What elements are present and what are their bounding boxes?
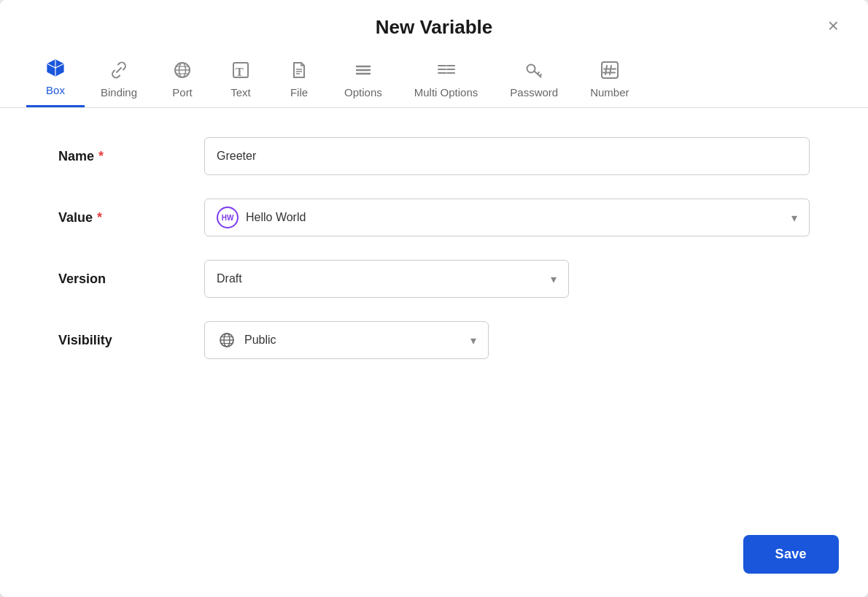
tab-text[interactable]: T Text xyxy=(212,58,270,107)
text-icon: T xyxy=(229,58,252,82)
multioptions-icon xyxy=(435,58,458,82)
name-row: Name * xyxy=(58,137,810,175)
tab-box[interactable]: Box xyxy=(26,56,85,107)
visibility-chevron-icon: ▾ xyxy=(470,334,476,347)
options-icon xyxy=(352,58,375,82)
svg-text:T: T xyxy=(236,66,244,78)
new-variable-modal: New Variable × Box xyxy=(0,0,868,597)
modal-title: New Variable xyxy=(376,16,492,39)
close-button[interactable]: × xyxy=(825,13,842,38)
hw-badge: HW xyxy=(217,207,239,228)
version-label: Version xyxy=(58,271,204,287)
version-row: Version Draft ▾ xyxy=(58,260,810,298)
tab-password-label: Password xyxy=(510,86,558,99)
visibility-row: Visibility Pu xyxy=(58,321,810,359)
hash-icon xyxy=(598,58,621,82)
version-chevron-icon: ▾ xyxy=(551,272,557,286)
tab-options-label: Options xyxy=(344,86,382,99)
name-input[interactable] xyxy=(204,137,810,175)
value-row: Value * HW Hello World ▾ xyxy=(58,199,810,236)
tab-binding-label: Binding xyxy=(101,86,137,99)
tab-number-label: Number xyxy=(590,86,629,99)
tab-multioptions-label: Multi Options xyxy=(414,86,478,99)
value-required-star: * xyxy=(97,210,102,226)
svg-line-20 xyxy=(538,72,539,74)
name-required-star: * xyxy=(98,149,104,164)
tab-text-label: Text xyxy=(230,86,251,99)
key-icon xyxy=(522,58,546,82)
link-icon xyxy=(107,58,131,82)
value-text: Hello World xyxy=(246,211,306,224)
version-select[interactable]: Draft ▾ xyxy=(204,260,569,298)
tab-file[interactable]: File xyxy=(270,58,328,107)
tab-bar: Box Binding xyxy=(0,43,868,108)
tab-binding[interactable]: Binding xyxy=(85,58,153,107)
tab-port-label: Port xyxy=(172,86,193,99)
tab-file-label: File xyxy=(290,86,308,99)
save-button[interactable]: Save xyxy=(743,535,839,574)
modal-footer: Save xyxy=(0,512,868,597)
value-select[interactable]: HW Hello World ▾ xyxy=(204,199,810,236)
version-text: Draft xyxy=(217,272,242,285)
tab-password[interactable]: Password xyxy=(494,58,574,107)
tab-box-label: Box xyxy=(46,84,65,96)
tab-port[interactable]: Port xyxy=(153,58,212,107)
visibility-control-wrap: Public ▾ xyxy=(204,321,810,359)
visibility-select[interactable]: Public ▾ xyxy=(204,321,489,359)
visibility-globe-icon xyxy=(217,330,237,350)
port-icon xyxy=(171,58,194,82)
visibility-text: Public xyxy=(244,334,276,347)
value-label: Value * xyxy=(58,210,204,226)
version-control-wrap: Draft ▾ xyxy=(204,260,810,298)
file-icon xyxy=(287,58,311,82)
tab-options[interactable]: Options xyxy=(328,58,398,107)
box-icon xyxy=(44,56,67,80)
modal-header: New Variable × xyxy=(0,0,868,39)
value-control-wrap: HW Hello World ▾ xyxy=(204,199,810,236)
visibility-label: Visibility xyxy=(58,333,204,348)
value-chevron-icon: ▾ xyxy=(791,211,797,225)
name-label: Name * xyxy=(58,149,204,164)
tab-number[interactable]: Number xyxy=(574,58,645,107)
svg-line-21 xyxy=(540,74,541,76)
name-control-wrap xyxy=(204,137,810,175)
tab-multioptions[interactable]: Multi Options xyxy=(398,58,495,107)
form-body: Name * Value * HW Hello World ▾ xyxy=(0,108,868,512)
